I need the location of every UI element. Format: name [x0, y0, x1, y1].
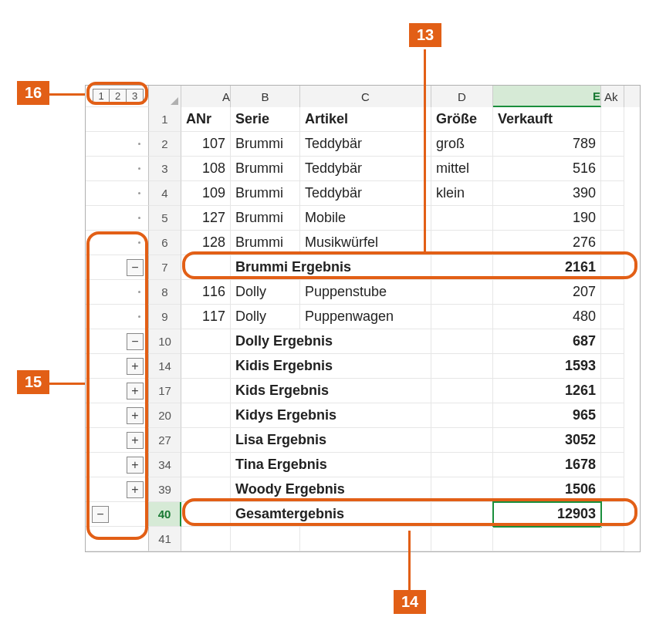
col-head-C[interactable]: C	[300, 86, 431, 107]
col-head-A[interactable]: A	[181, 86, 231, 107]
cell[interactable]: 128	[181, 231, 231, 255]
cell-D1[interactable]: Größe	[431, 107, 493, 132]
cell[interactable]	[431, 280, 493, 305]
cell[interactable]	[601, 181, 624, 206]
cell[interactable]: Dolly	[231, 305, 300, 329]
cell[interactable]: Brummi	[231, 231, 300, 255]
cell[interactable]: Kidys Ergebnis	[231, 403, 431, 428]
cell[interactable]: 965	[493, 403, 601, 428]
cell[interactable]: 1506	[493, 477, 601, 502]
outline-level-3[interactable]: 3	[127, 89, 144, 104]
cell[interactable]: klein	[431, 181, 493, 206]
cell[interactable]: Musikwürfel	[300, 231, 431, 255]
row-head[interactable]: 8	[149, 280, 181, 305]
cell[interactable]: 190	[493, 206, 601, 231]
cell[interactable]: 117	[181, 305, 231, 329]
cell[interactable]	[601, 231, 624, 255]
row-head[interactable]: 10	[149, 329, 181, 354]
cell[interactable]	[601, 502, 624, 527]
col-head-B[interactable]: B	[231, 86, 300, 107]
cell[interactable]	[181, 453, 231, 477]
cell[interactable]: Teddybär	[300, 157, 431, 181]
cell[interactable]: 116	[181, 280, 231, 305]
cell[interactable]	[431, 527, 493, 551]
cell[interactable]: 687	[493, 329, 601, 354]
cell[interactable]: 3052	[493, 428, 601, 453]
cell[interactable]: 107	[181, 132, 231, 157]
cell[interactable]	[431, 477, 493, 502]
cell[interactable]	[601, 329, 624, 354]
cell[interactable]	[601, 527, 624, 551]
cell[interactable]	[431, 329, 493, 354]
cell[interactable]: 480	[493, 305, 601, 329]
cell[interactable]	[431, 453, 493, 477]
cell-A1[interactable]: ANr	[181, 107, 231, 132]
outline-expand-button[interactable]: +	[127, 481, 144, 498]
cell[interactable]	[493, 527, 601, 551]
row-head[interactable]: 6	[149, 231, 181, 255]
cell[interactable]: Teddybär	[300, 132, 431, 157]
col-head-D[interactable]: D	[431, 86, 493, 107]
row-head[interactable]: 9	[149, 305, 181, 329]
outline-collapse-button[interactable]: −	[127, 259, 144, 276]
cell[interactable]	[431, 379, 493, 403]
outline-level-1[interactable]: 1	[93, 89, 110, 104]
outline-expand-button[interactable]: +	[127, 358, 144, 375]
cell[interactable]	[181, 403, 231, 428]
cell[interactable]: 2161	[493, 255, 601, 280]
row-head[interactable]: 7	[149, 255, 181, 280]
row-head[interactable]: 34	[149, 453, 181, 477]
cell[interactable]: Dolly	[231, 280, 300, 305]
cell[interactable]	[431, 305, 493, 329]
row-head-1[interactable]: 1	[149, 107, 181, 132]
cell-B1[interactable]: Serie	[231, 107, 300, 132]
col-head-F[interactable]: Ak	[601, 86, 624, 107]
cell[interactable]	[181, 428, 231, 453]
cell[interactable]	[431, 231, 493, 255]
cell[interactable]	[601, 354, 624, 379]
select-all-button[interactable]	[149, 86, 181, 107]
cell-E1[interactable]: Verkauft	[493, 107, 601, 132]
cell[interactable]: 207	[493, 280, 601, 305]
cell[interactable]: 276	[493, 231, 601, 255]
cell[interactable]: 1261	[493, 379, 601, 403]
cell[interactable]	[601, 403, 624, 428]
cell[interactable]: Teddybär	[300, 181, 431, 206]
cell[interactable]	[181, 477, 231, 502]
cell[interactable]: Tina Ergebnis	[231, 453, 431, 477]
cell[interactable]: 127	[181, 206, 231, 231]
cell[interactable]	[431, 255, 493, 280]
cell[interactable]	[601, 132, 624, 157]
cell[interactable]: 516	[493, 157, 601, 181]
cell[interactable]: Brummi	[231, 157, 300, 181]
cell[interactable]	[181, 527, 231, 551]
cell[interactable]: 789	[493, 132, 601, 157]
cell[interactable]: 108	[181, 157, 231, 181]
cell[interactable]	[601, 453, 624, 477]
cell[interactable]	[601, 255, 624, 280]
cell[interactable]	[601, 305, 624, 329]
cell[interactable]	[181, 379, 231, 403]
cell[interactable]: Dolly Ergebnis	[231, 329, 431, 354]
cell[interactable]	[300, 527, 431, 551]
cell[interactable]: 12903	[493, 502, 601, 527]
cell[interactable]	[431, 428, 493, 453]
cell[interactable]	[231, 527, 300, 551]
cell[interactable]: Kids Ergebnis	[231, 379, 431, 403]
cell[interactable]: Brummi	[231, 181, 300, 206]
row-head[interactable]: 41	[149, 527, 181, 551]
cell[interactable]	[601, 206, 624, 231]
outline-expand-button[interactable]: +	[127, 383, 144, 400]
row-head[interactable]: 5	[149, 206, 181, 231]
cell[interactable]: Puppenstube	[300, 280, 431, 305]
cell[interactable]	[181, 329, 231, 354]
row-head[interactable]: 2	[149, 132, 181, 157]
row-head[interactable]: 39	[149, 477, 181, 502]
cell[interactable]: Gesamtergebnis	[231, 502, 431, 527]
cell[interactable]: 1593	[493, 354, 601, 379]
row-head[interactable]: 17	[149, 379, 181, 403]
row-head[interactable]: 4	[149, 181, 181, 206]
cell[interactable]: Brummi	[231, 132, 300, 157]
cell[interactable]	[601, 157, 624, 181]
outline-collapse-button[interactable]: −	[127, 333, 144, 350]
